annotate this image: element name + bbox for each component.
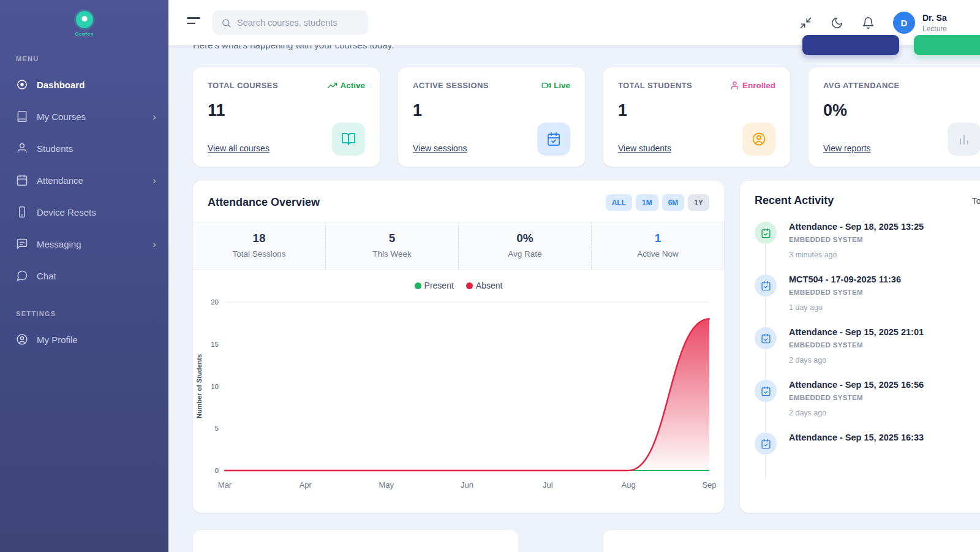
search-input[interactable] [237,18,361,28]
svg-text:Aug: Aug [622,480,636,490]
activity-item[interactable]: Attendance - Sep 15, 2025 16:56 EMBEDDED… [755,380,980,417]
book-icon [16,110,28,123]
chevron-right-icon: › [153,175,156,186]
calendar-check-icon [755,274,777,297]
calendar-check-icon [755,327,777,349]
settings-section-label: SETTINGS [0,310,168,317]
moon-icon[interactable] [831,17,843,29]
calendar-check-icon [537,123,570,156]
message-icon [16,238,28,250]
filter-1m-button[interactable]: 1M [636,194,658,211]
svg-text:May: May [379,480,394,490]
range-filters: ALL 1M 6M 1Y [606,194,709,211]
success-action-button[interactable] [914,35,980,55]
sidebar-item-messaging[interactable]: Messaging › [0,228,168,260]
attendance-chart: 05101520MarAprMayJunJulAugSepNumber of S… [193,293,724,495]
sidebar-item-chat[interactable]: Chat [0,260,168,292]
svg-text:Apr: Apr [300,480,312,490]
sidebar-item-my-courses[interactable]: My Courses › [0,100,168,132]
status-badge: Active [328,81,365,90]
activity-item[interactable]: MCT504 - 17-09-2025 11:36 EMBEDDED SYSTE… [755,274,980,312]
status-badge: Enrolled [730,81,775,90]
stat-avg-rate: 0% Avg Rate [458,222,591,269]
view-sessions-link[interactable]: View sessions [413,143,467,153]
stat-this-week: 5 This Week [325,222,458,269]
bell-icon[interactable] [862,17,875,29]
sidebar-item-dashboard[interactable]: Dashboard [0,69,168,100]
svg-text:Mar: Mar [218,480,232,490]
stat-value: 1 [618,101,775,120]
chart-legend: Present Absent [208,281,709,290]
stat-label: TOTAL COURSES [208,81,278,90]
svg-text:20: 20 [211,298,219,306]
filter-all-button[interactable]: ALL [606,194,632,211]
hamburger-menu-icon[interactable] [187,17,200,24]
sidebar-item-my-profile[interactable]: My Profile [0,323,168,355]
main-content: Here's what's happening with your course… [168,45,980,552]
stat-cards-row: TOTAL COURSES Active 11 View all courses… [193,67,980,167]
dashboard-icon [16,78,28,91]
svg-text:0: 0 [215,467,219,474]
svg-text:Sep: Sep [702,480,716,490]
total-courses-card: TOTAL COURSES Active 11 View all courses [193,67,380,167]
user-small-icon [730,81,739,90]
attendance-stats-strip: 18 Total Sessions 5 This Week 0% Avg Rat… [193,222,724,270]
sidebar: Geofen MENU Dashboard My Courses › Stude… [0,0,168,552]
bottom-left-card [193,530,518,552]
video-icon [541,81,551,90]
attendance-chart-area: 05101520MarAprMayJunJulAugSepNumber of S… [193,293,724,495]
avg-attendance-card: AVG ATTENDANCE 0% View reports [809,67,980,167]
app-logo[interactable]: Geofen [0,11,168,37]
chevron-right-icon: › [153,112,156,122]
user-menu[interactable]: D Dr. Sa Lecture [893,12,947,34]
search-icon [221,18,232,28]
activity-timeline: Attendance - Sep 18, 2025 13:25 EMBEDDED… [755,222,980,479]
logo-pin-icon [76,11,93,28]
calendar-icon [16,174,28,186]
view-all-courses-link[interactable]: View all courses [208,143,270,153]
svg-text:5: 5 [215,425,219,432]
calendar-check-icon [755,433,777,455]
activity-item[interactable]: Attendance - Sep 18, 2025 13:25 EMBEDDED… [755,222,980,259]
chat-icon [16,270,28,282]
search-box [213,10,368,35]
primary-action-button[interactable] [802,35,899,55]
view-reports-link[interactable]: View reports [823,143,871,153]
avatar: D [893,12,915,34]
attendance-title: Attendance Overview [208,196,320,209]
stat-value: 0% [823,101,980,120]
stat-value: 11 [208,101,365,120]
topbar: D Dr. Sa Lecture [168,0,980,45]
sidebar-item-students[interactable]: Students [0,132,168,164]
recent-header-link[interactable]: Today [972,196,980,206]
calendar-check-icon [755,380,777,402]
activity-item[interactable]: Attendance - Sep 15, 2025 16:33 [755,433,980,455]
device-icon [16,206,28,218]
activity-item[interactable]: Attendance - Sep 15, 2025 21:01 EMBEDDED… [755,327,980,365]
attendance-overview-card: Attendance Overview ALL 1M 6M 1Y 18 Tota… [193,181,724,513]
filter-1y-button[interactable]: 1Y [688,194,709,211]
bottom-right-card [603,530,980,552]
stat-label: TOTAL STUDENTS [618,81,692,90]
page-subtitle: Here's what's happening with your course… [193,45,394,50]
stat-label: AVG ATTENDANCE [823,81,900,90]
chevron-right-icon: › [153,239,156,249]
calendar-check-icon [755,222,777,244]
brand-name: Geofen [0,31,168,37]
user-icon [16,142,28,154]
stat-label: ACTIVE SESSIONS [413,81,489,90]
stat-active-now: 1 Active Now [591,222,724,269]
bar-chart-icon [948,123,980,156]
filter-6m-button[interactable]: 6M [662,194,685,211]
present-dot [415,282,421,289]
trending-up-icon [328,81,337,90]
active-sessions-card: ACTIVE SESSIONS Live 1 View sessions [398,67,585,167]
sidebar-item-attendance[interactable]: Attendance › [0,164,168,196]
status-badge: Live [541,81,570,90]
view-students-link[interactable]: View students [618,143,671,153]
svg-text:Number of Students: Number of Students [195,354,203,418]
total-students-card: TOTAL STUDENTS Enrolled 1 View students [603,67,790,167]
stat-total-sessions: 18 Total Sessions [193,222,325,269]
compress-icon[interactable] [799,17,812,29]
sidebar-item-device-resets[interactable]: Device Resets [0,196,168,228]
